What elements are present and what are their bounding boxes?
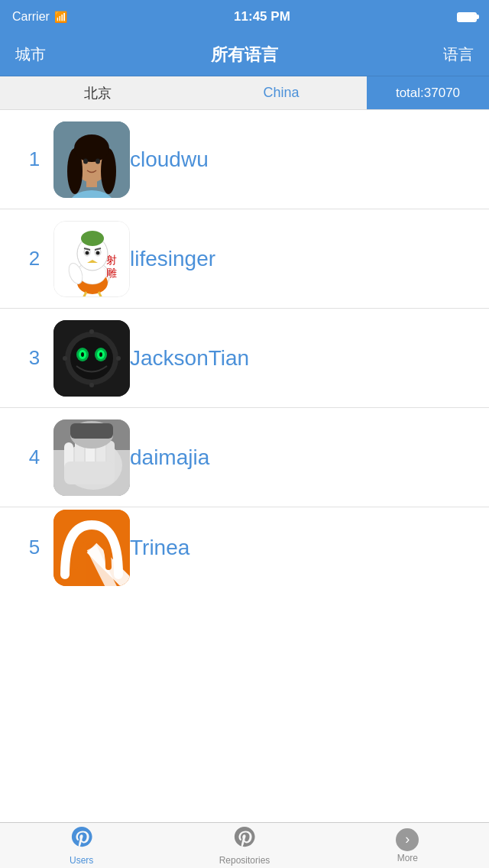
status-bar-left: Carrier 📶 bbox=[12, 10, 67, 24]
filter-total: total:37070 bbox=[367, 76, 489, 109]
svg-point-6 bbox=[74, 134, 109, 162]
tab-users[interactable]: Users bbox=[0, 823, 163, 868]
status-bar: Carrier 📶 11:45 PM bbox=[0, 0, 489, 34]
svg-text:射: 射 bbox=[106, 254, 117, 266]
svg-point-7 bbox=[83, 158, 88, 164]
avatar bbox=[53, 320, 130, 397]
svg-rect-51 bbox=[70, 423, 113, 439]
svg-point-37 bbox=[89, 383, 94, 387]
list-item[interactable]: 2 bbox=[0, 209, 489, 309]
svg-point-29 bbox=[70, 337, 113, 380]
nav-bar: 城市 所有语言 语言 bbox=[0, 34, 489, 76]
more-icon: › bbox=[396, 828, 419, 851]
rank-number: 1 bbox=[15, 147, 53, 171]
username: daimajia bbox=[130, 445, 209, 470]
svg-rect-49 bbox=[64, 462, 115, 484]
svg-point-38 bbox=[63, 356, 67, 361]
svg-point-18 bbox=[86, 251, 89, 254]
tab-bar: Users Repositories › More bbox=[0, 822, 489, 868]
tab-more[interactable]: › More bbox=[326, 823, 489, 868]
username: Trinea bbox=[130, 536, 189, 560]
svg-text:雕: 雕 bbox=[106, 267, 117, 279]
avatar bbox=[53, 419, 130, 496]
avatar bbox=[53, 510, 130, 586]
repos-icon bbox=[233, 825, 256, 853]
avatar bbox=[53, 121, 130, 198]
svg-point-14 bbox=[81, 231, 104, 246]
rank-number: 2 bbox=[15, 247, 53, 270]
svg-point-36 bbox=[89, 329, 94, 334]
username: lifesinger bbox=[130, 247, 215, 271]
rank-number: 4 bbox=[15, 445, 53, 469]
svg-point-19 bbox=[96, 251, 100, 254]
rank-number: 3 bbox=[15, 346, 53, 370]
carrier-label: Carrier bbox=[12, 10, 50, 24]
filter-country[interactable]: China bbox=[196, 85, 367, 101]
nav-title: 所有语言 bbox=[211, 44, 278, 66]
users-list: 1 cloudwu bbox=[0, 110, 489, 822]
svg-point-8 bbox=[96, 158, 100, 164]
rank-number: 5 bbox=[15, 536, 53, 559]
tab-repositories[interactable]: Repositories bbox=[163, 823, 325, 868]
filter-city[interactable]: 北京 bbox=[0, 84, 196, 102]
tab-more-label: More bbox=[397, 853, 418, 863]
username: JacksonTian bbox=[130, 346, 249, 371]
list-item[interactable]: 3 J bbox=[0, 309, 489, 408]
status-bar-right bbox=[457, 12, 477, 22]
tab-repos-label: Repositories bbox=[219, 855, 270, 866]
svg-point-35 bbox=[99, 352, 102, 357]
tab-users-label: Users bbox=[70, 855, 93, 866]
svg-point-39 bbox=[116, 356, 121, 361]
users-icon bbox=[70, 825, 93, 853]
list-item[interactable]: 5 Trinea bbox=[0, 507, 489, 588]
wifi-icon: 📶 bbox=[54, 11, 67, 23]
avatar: 射 雕 bbox=[53, 221, 130, 297]
list-item[interactable]: 4 bbox=[0, 408, 489, 507]
nav-language-button[interactable]: 语言 bbox=[443, 44, 474, 65]
list-item[interactable]: 1 cloudwu bbox=[0, 110, 489, 209]
filter-bar: 北京 China total:37070 bbox=[0, 76, 489, 110]
battery-icon bbox=[457, 12, 477, 22]
username: cloudwu bbox=[130, 147, 209, 172]
status-bar-time: 11:45 PM bbox=[234, 9, 290, 24]
nav-city-button[interactable]: 城市 bbox=[15, 44, 46, 65]
svg-point-34 bbox=[81, 352, 84, 357]
